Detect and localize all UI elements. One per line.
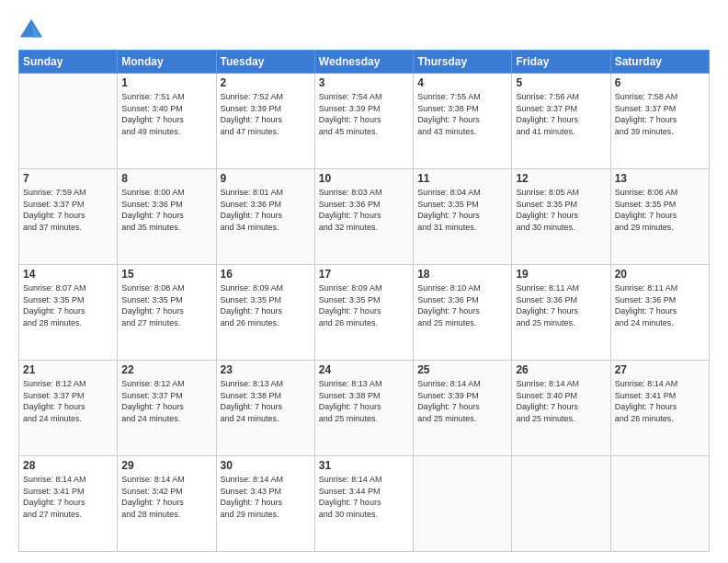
- day-cell: [414, 456, 512, 552]
- day-info: Sunrise: 8:14 AM Sunset: 3:39 PM Dayligh…: [417, 378, 507, 424]
- day-info: Sunrise: 8:03 AM Sunset: 3:36 PM Dayligh…: [319, 187, 409, 233]
- day-info: Sunrise: 8:11 AM Sunset: 3:36 PM Dayligh…: [516, 282, 606, 328]
- day-cell: 7Sunrise: 7:59 AM Sunset: 3:37 PM Daylig…: [19, 169, 118, 265]
- day-info: Sunrise: 7:51 AM Sunset: 3:40 PM Dayligh…: [121, 91, 211, 137]
- day-cell: 20Sunrise: 8:11 AM Sunset: 3:36 PM Dayli…: [610, 265, 709, 361]
- logo-icon: [18, 17, 44, 42]
- day-number: 29: [121, 459, 211, 472]
- day-number: 22: [121, 363, 211, 376]
- logo: [18, 17, 48, 42]
- weekday-header-thursday: Thursday: [414, 51, 512, 74]
- day-info: Sunrise: 8:10 AM Sunset: 3:36 PM Dayligh…: [417, 282, 507, 328]
- day-cell: [610, 456, 709, 552]
- day-cell: 29Sunrise: 8:14 AM Sunset: 3:42 PM Dayli…: [118, 456, 216, 552]
- day-number: 2: [221, 76, 311, 89]
- weekday-header-sunday: Sunday: [19, 51, 118, 74]
- day-info: Sunrise: 8:11 AM Sunset: 3:36 PM Dayligh…: [615, 282, 705, 328]
- day-cell: 13Sunrise: 8:06 AM Sunset: 3:35 PM Dayli…: [610, 169, 709, 265]
- day-info: Sunrise: 8:08 AM Sunset: 3:35 PM Dayligh…: [121, 282, 211, 328]
- day-number: 25: [417, 363, 507, 376]
- day-cell: 4Sunrise: 7:55 AM Sunset: 3:38 PM Daylig…: [414, 74, 512, 169]
- day-number: 18: [417, 268, 507, 281]
- week-row-2: 14Sunrise: 8:07 AM Sunset: 3:35 PM Dayli…: [19, 265, 710, 361]
- day-cell: 17Sunrise: 8:09 AM Sunset: 3:35 PM Dayli…: [314, 265, 413, 361]
- header: [18, 17, 710, 42]
- day-cell: 8Sunrise: 8:00 AM Sunset: 3:36 PM Daylig…: [118, 169, 216, 265]
- weekday-header-wednesday: Wednesday: [314, 51, 413, 74]
- day-info: Sunrise: 8:09 AM Sunset: 3:35 PM Dayligh…: [319, 282, 409, 328]
- day-number: 20: [615, 268, 705, 281]
- day-cell: 21Sunrise: 8:12 AM Sunset: 3:37 PM Dayli…: [19, 361, 118, 456]
- day-info: Sunrise: 7:54 AM Sunset: 3:39 PM Dayligh…: [319, 91, 409, 137]
- day-number: 17: [319, 268, 409, 281]
- day-info: Sunrise: 8:14 AM Sunset: 3:41 PM Dayligh…: [615, 378, 705, 424]
- day-cell: 24Sunrise: 8:13 AM Sunset: 3:38 PM Dayli…: [314, 361, 413, 456]
- day-cell: 6Sunrise: 7:58 AM Sunset: 3:37 PM Daylig…: [610, 74, 709, 169]
- day-info: Sunrise: 8:05 AM Sunset: 3:35 PM Dayligh…: [516, 187, 606, 233]
- day-info: Sunrise: 7:55 AM Sunset: 3:38 PM Dayligh…: [417, 91, 507, 137]
- day-info: Sunrise: 7:59 AM Sunset: 3:37 PM Dayligh…: [23, 187, 113, 233]
- day-info: Sunrise: 8:14 AM Sunset: 3:41 PM Dayligh…: [23, 474, 113, 520]
- day-number: 6: [615, 76, 705, 89]
- day-cell: 16Sunrise: 8:09 AM Sunset: 3:35 PM Dayli…: [216, 265, 314, 361]
- day-info: Sunrise: 8:07 AM Sunset: 3:35 PM Dayligh…: [23, 282, 113, 328]
- page: SundayMondayTuesdayWednesdayThursdayFrid…: [0, 0, 728, 563]
- day-info: Sunrise: 7:52 AM Sunset: 3:39 PM Dayligh…: [221, 91, 311, 137]
- day-cell: 31Sunrise: 8:14 AM Sunset: 3:44 PM Dayli…: [314, 456, 413, 552]
- day-number: 21: [23, 363, 113, 376]
- calendar-body: 1Sunrise: 7:51 AM Sunset: 3:40 PM Daylig…: [19, 74, 710, 552]
- day-cell: 11Sunrise: 8:04 AM Sunset: 3:35 PM Dayli…: [414, 169, 512, 265]
- day-info: Sunrise: 8:12 AM Sunset: 3:37 PM Dayligh…: [121, 378, 211, 424]
- day-cell: 19Sunrise: 8:11 AM Sunset: 3:36 PM Dayli…: [512, 265, 610, 361]
- day-info: Sunrise: 8:01 AM Sunset: 3:36 PM Dayligh…: [221, 187, 311, 233]
- day-info: Sunrise: 7:56 AM Sunset: 3:37 PM Dayligh…: [516, 91, 606, 137]
- day-cell: 30Sunrise: 8:14 AM Sunset: 3:43 PM Dayli…: [216, 456, 314, 552]
- day-number: 13: [615, 172, 705, 185]
- weekday-header-friday: Friday: [512, 51, 610, 74]
- day-number: 5: [516, 76, 606, 89]
- weekday-header-saturday: Saturday: [610, 51, 709, 74]
- day-cell: 14Sunrise: 8:07 AM Sunset: 3:35 PM Dayli…: [19, 265, 118, 361]
- day-number: 28: [23, 459, 113, 472]
- weekday-header-tuesday: Tuesday: [216, 51, 314, 74]
- svg-marker-0: [20, 19, 42, 38]
- day-cell: 10Sunrise: 8:03 AM Sunset: 3:36 PM Dayli…: [314, 169, 413, 265]
- day-number: 11: [417, 172, 507, 185]
- day-info: Sunrise: 8:13 AM Sunset: 3:38 PM Dayligh…: [319, 378, 409, 424]
- day-number: 26: [516, 363, 606, 376]
- calendar-table: SundayMondayTuesdayWednesdayThursdayFrid…: [18, 50, 710, 552]
- day-cell: 27Sunrise: 8:14 AM Sunset: 3:41 PM Dayli…: [610, 361, 709, 456]
- day-cell: [512, 456, 610, 552]
- day-number: 30: [221, 459, 311, 472]
- day-number: 19: [516, 268, 606, 281]
- day-number: 23: [221, 363, 311, 376]
- day-info: Sunrise: 7:58 AM Sunset: 3:37 PM Dayligh…: [615, 91, 705, 137]
- day-cell: 28Sunrise: 8:14 AM Sunset: 3:41 PM Dayli…: [19, 456, 118, 552]
- day-number: 24: [319, 363, 409, 376]
- day-number: 15: [121, 268, 211, 281]
- week-row-1: 7Sunrise: 7:59 AM Sunset: 3:37 PM Daylig…: [19, 169, 710, 265]
- day-cell: 25Sunrise: 8:14 AM Sunset: 3:39 PM Dayli…: [414, 361, 512, 456]
- day-cell: 2Sunrise: 7:52 AM Sunset: 3:39 PM Daylig…: [216, 74, 314, 169]
- day-number: 27: [615, 363, 705, 376]
- week-row-0: 1Sunrise: 7:51 AM Sunset: 3:40 PM Daylig…: [19, 74, 710, 169]
- calendar-header: SundayMondayTuesdayWednesdayThursdayFrid…: [19, 51, 710, 74]
- day-number: 1: [121, 76, 211, 89]
- day-number: 14: [23, 268, 113, 281]
- day-number: 4: [417, 76, 507, 89]
- day-number: 16: [221, 268, 311, 281]
- week-row-4: 28Sunrise: 8:14 AM Sunset: 3:41 PM Dayli…: [19, 456, 710, 552]
- day-info: Sunrise: 8:14 AM Sunset: 3:44 PM Dayligh…: [319, 474, 409, 520]
- weekday-row: SundayMondayTuesdayWednesdayThursdayFrid…: [19, 51, 710, 74]
- day-info: Sunrise: 8:00 AM Sunset: 3:36 PM Dayligh…: [121, 187, 211, 233]
- day-number: 10: [319, 172, 409, 185]
- day-number: 3: [319, 76, 409, 89]
- day-info: Sunrise: 8:04 AM Sunset: 3:35 PM Dayligh…: [417, 187, 507, 233]
- day-number: 12: [516, 172, 606, 185]
- day-number: 9: [221, 172, 311, 185]
- day-number: 31: [319, 459, 409, 472]
- day-info: Sunrise: 8:12 AM Sunset: 3:37 PM Dayligh…: [23, 378, 113, 424]
- weekday-header-monday: Monday: [118, 51, 216, 74]
- day-cell: 1Sunrise: 7:51 AM Sunset: 3:40 PM Daylig…: [118, 74, 216, 169]
- day-cell: [19, 74, 118, 169]
